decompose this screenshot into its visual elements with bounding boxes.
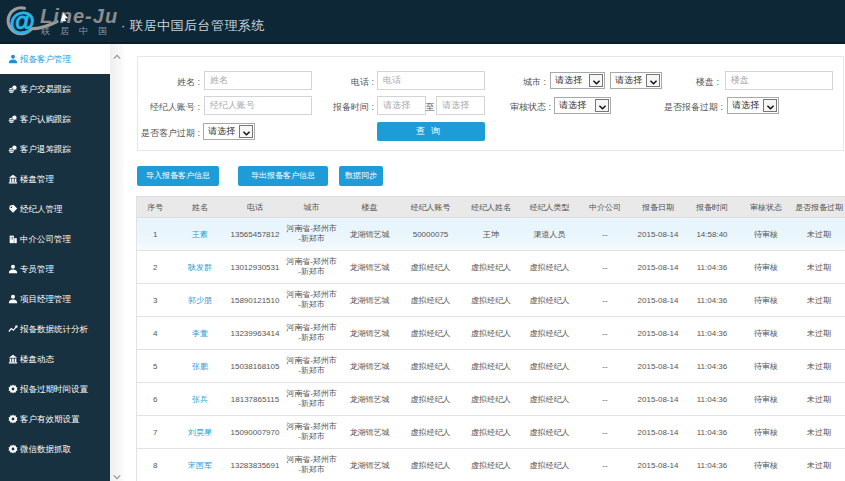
svg-text:@: @ — [10, 6, 35, 36]
